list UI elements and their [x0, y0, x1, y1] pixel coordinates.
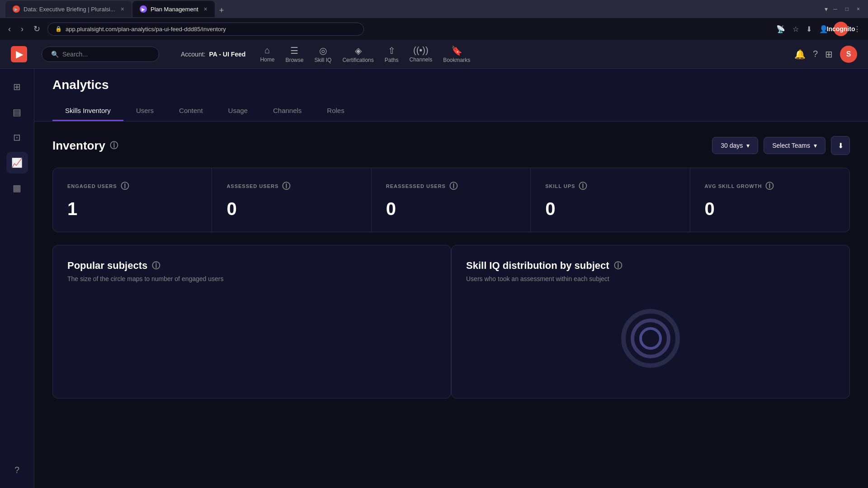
address-text: app.pluralsight.com/plan-analytics/pa-ui…	[66, 26, 226, 33]
skill-ups-info-icon[interactable]: ⓘ	[579, 181, 587, 192]
avg-skill-growth-info-icon[interactable]: ⓘ	[765, 181, 774, 192]
more-options-icon[interactable]: ⋮	[852, 23, 863, 35]
forward-button[interactable]: ›	[18, 23, 26, 36]
app-logo[interactable]: ▶	[11, 46, 27, 62]
paths-label: Paths	[385, 57, 399, 63]
nav-bookmarks[interactable]: 🔖 Bookmarks	[443, 45, 470, 63]
download-icon: ⬇	[838, 141, 844, 150]
browser-toolbar: ‹ › ↻ 🔒 app.pluralsight.com/plan-analyti…	[0, 18, 868, 40]
browser-titlebar: ▶ Data: Executive Briefing | Pluralsi...…	[0, 0, 868, 18]
period-dropdown[interactable]: 30 days ▾	[712, 137, 758, 154]
hierarchy-icon: ⊡	[13, 132, 21, 143]
tab-skills-inventory[interactable]: Skills Inventory	[52, 101, 123, 121]
skill-iq-distribution-info-icon[interactable]: ⓘ	[614, 260, 622, 271]
tab-roles[interactable]: Roles	[314, 101, 357, 121]
main-layout: ⊞ ▤ ⊡ 📈 ▦ ? Analytics	[0, 69, 868, 488]
browse-label: Browse	[285, 57, 303, 63]
logo-icon: ▶	[16, 49, 23, 60]
bottom-grid: Popular subjects ⓘ The size of the circl…	[52, 245, 850, 399]
content-icon: ▦	[13, 183, 21, 193]
tab-usage[interactable]: Usage	[216, 101, 260, 121]
new-tab-button[interactable]: +	[216, 4, 228, 17]
sidebar: ⊞ ▤ ⊡ 📈 ▦ ?	[0, 69, 34, 488]
tab-favicon-2: ▶	[140, 5, 147, 13]
app-nav: ⌂ Home ☰ Browse ◎ Skill IQ ◈ Certificati…	[260, 45, 779, 63]
sidebar-item-help[interactable]: ?	[6, 459, 28, 481]
content-area: Analytics Skills Inventory Users Content…	[34, 69, 868, 488]
popular-subjects-subtitle: The size of the circle maps to number of…	[67, 275, 436, 282]
back-button[interactable]: ‹	[5, 23, 14, 36]
sidebar-item-analytics[interactable]: 📈	[6, 152, 28, 174]
reports-icon: ▤	[13, 107, 21, 117]
inventory-title-text: Inventory	[52, 139, 105, 153]
notifications-icon[interactable]: 🔔	[794, 49, 806, 60]
minimize-button[interactable]: ─	[830, 5, 840, 13]
certifications-icon: ◈	[355, 45, 362, 56]
help-icon[interactable]: ?	[813, 49, 818, 59]
reassessed-users-label: REASSESSED USERS ⓘ	[386, 181, 516, 192]
inventory-title-group: Inventory ⓘ	[52, 139, 118, 153]
nav-paths[interactable]: ⇧ Paths	[385, 45, 399, 63]
nav-channels[interactable]: ((•)) Channels	[409, 45, 432, 63]
assessed-users-label: ASSESSED USERS ⓘ	[226, 181, 356, 192]
address-bar[interactable]: 🔒 app.pluralsight.com/plan-analytics/pa-…	[47, 23, 364, 36]
sidebar-item-content[interactable]: ▦	[6, 177, 28, 199]
search-icon: 🔍	[51, 51, 59, 58]
sidebar-item-reports[interactable]: ▤	[6, 101, 28, 123]
account-name: PA - UI Feed	[209, 51, 245, 58]
skill-iq-distribution-title: Skill IQ distribution by subject ⓘ	[466, 260, 835, 272]
teams-chevron-icon: ▾	[814, 142, 817, 149]
tab-channels-label: Channels	[273, 107, 302, 114]
grid-icon[interactable]: ⊞	[825, 49, 833, 60]
tab-favicon-1: ▶	[13, 5, 20, 13]
bookmark-icon[interactable]: ☆	[791, 23, 801, 35]
stat-engaged-users: ENGAGED USERS ⓘ 1	[53, 168, 212, 232]
nav-skill-iq[interactable]: ◎ Skill IQ	[314, 45, 331, 63]
tab-content[interactable]: Content	[166, 101, 216, 121]
inventory-info-icon[interactable]: ⓘ	[110, 140, 118, 151]
browser-tab-2[interactable]: ▶ Plan Management ×	[132, 1, 215, 17]
home-label: Home	[260, 56, 274, 63]
nav-certifications[interactable]: ◈ Certifications	[342, 45, 373, 63]
minimize-down-icon: ▾	[825, 5, 828, 13]
sidebar-item-overview[interactable]: ⊞	[6, 76, 28, 98]
tab-channels[interactable]: Channels	[260, 101, 314, 121]
nav-browse[interactable]: ☰ Browse	[285, 45, 303, 63]
tab-roles-label: Roles	[327, 107, 344, 114]
tab-usage-label: Usage	[228, 107, 248, 114]
tab-skills-inventory-label: Skills Inventory	[65, 107, 111, 114]
tab-content-label: Content	[179, 107, 203, 114]
incognito-avatar[interactable]: Incognito	[834, 22, 848, 36]
browse-icon: ☰	[290, 45, 298, 56]
analytics-header: Analytics Skills Inventory Users Content…	[34, 69, 868, 122]
tab-close-2[interactable]: ×	[204, 5, 208, 13]
account-info: Account: PA - UI Feed	[181, 51, 245, 58]
reassessed-users-info-icon[interactable]: ⓘ	[449, 181, 458, 192]
engaged-users-info-icon[interactable]: ⓘ	[121, 181, 129, 192]
browser-tab-1[interactable]: ▶ Data: Executive Briefing | Pluralsi...…	[5, 1, 132, 17]
download-icon[interactable]: ⬇	[804, 23, 814, 35]
assessed-users-value: 0	[226, 199, 356, 219]
select-teams-dropdown[interactable]: Select Teams ▾	[764, 137, 826, 154]
nav-home[interactable]: ⌂ Home	[260, 45, 274, 63]
svg-point-1	[632, 320, 669, 357]
tab-close-1[interactable]: ×	[121, 5, 124, 13]
user-avatar[interactable]: S	[840, 46, 857, 63]
app-header: ▶ 🔍 Search... Account: PA - UI Feed ⌂ Ho…	[0, 40, 868, 69]
cast-icon[interactable]: 📡	[774, 23, 787, 35]
search-placeholder: Search...	[62, 51, 88, 58]
assessed-users-info-icon[interactable]: ⓘ	[282, 181, 291, 192]
search-box[interactable]: 🔍 Search...	[42, 47, 159, 62]
popular-subjects-info-icon[interactable]: ⓘ	[152, 260, 160, 271]
reassessed-users-value: 0	[386, 199, 516, 219]
avg-skill-growth-label: AVG SKILL GROWTH ⓘ	[705, 181, 835, 192]
tab-users[interactable]: Users	[123, 101, 166, 121]
sidebar-item-hierarchy[interactable]: ⊡	[6, 127, 28, 148]
download-button[interactable]: ⬇	[831, 136, 850, 155]
maximize-button[interactable]: □	[843, 5, 851, 13]
refresh-button[interactable]: ↻	[31, 22, 43, 36]
header-actions: 🔔 ? ⊞ S	[794, 46, 857, 63]
close-button[interactable]: ×	[854, 5, 863, 13]
stat-assessed-users: ASSESSED USERS ⓘ 0	[212, 168, 371, 232]
period-chevron-icon: ▾	[746, 142, 750, 149]
